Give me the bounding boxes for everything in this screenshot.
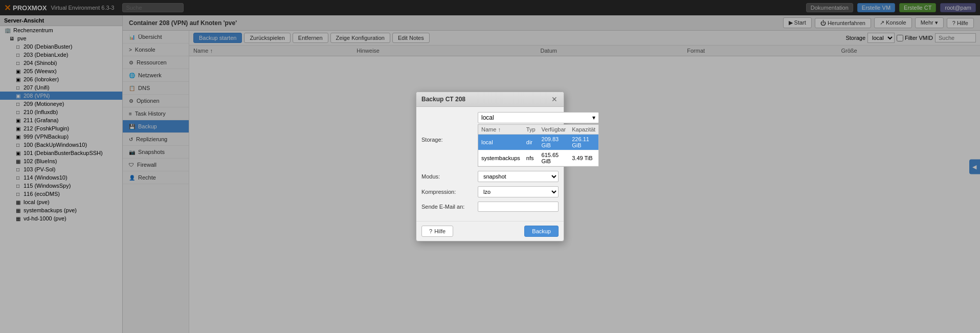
modus-label: Modus: — [421, 173, 478, 180]
modal-help-label: Hilfe — [434, 228, 446, 234]
storage-verfuegbar: 615.65 GiB — [539, 150, 569, 166]
email-input[interactable] — [478, 202, 559, 212]
modal-body: Storage: local ▾ Name ↑TypVerfügbarKapaz… — [416, 107, 564, 221]
storage-form-label: Storage: — [421, 137, 478, 143]
modal-footer: ? Hilfe Backup — [416, 221, 564, 241]
modus-row: Modus: snapshot suspend stop — [421, 171, 559, 182]
modus-select[interactable]: snapshot suspend stop — [478, 171, 559, 182]
storage-typ: nfs — [523, 150, 539, 166]
modal-overlay: Backup CT 208 ✕ Storage: local ▾ Name ↑T… — [0, 0, 980, 333]
dropdown-arrow-icon: ▾ — [592, 114, 595, 121]
modal-title: Backup CT 208 — [421, 96, 465, 103]
kompression-row: Kompression: lzo gzip none — [421, 186, 559, 197]
storage-selected-value: local — [481, 114, 494, 121]
modal-header: Backup CT 208 ✕ — [416, 92, 564, 107]
email-label: Sende E-Mail an: — [421, 204, 478, 210]
storage-option-row[interactable]: localdir209.83 GiB226.11 GiB — [478, 135, 598, 150]
storage-name: systembackups — [478, 150, 523, 166]
storage-col-kapazit-t: Kapazität — [569, 125, 598, 135]
modal-help-button[interactable]: ? Hilfe — [421, 226, 453, 237]
storage-kapazitaet: 226.11 GiB — [569, 135, 598, 150]
kompression-label: Kompression: — [421, 189, 478, 195]
storage-row: Storage: local ▾ Name ↑TypVerfügbarKapaz… — [421, 112, 559, 167]
backup-modal: Backup CT 208 ✕ Storage: local ▾ Name ↑T… — [416, 92, 564, 241]
storage-kapazitaet: 3.49 TiB — [569, 150, 598, 166]
storage-typ: dir — [523, 135, 539, 150]
storage-col-verf-gbar: Verfügbar — [539, 125, 569, 135]
kompression-select[interactable]: lzo gzip none — [478, 186, 559, 197]
storage-name: local — [478, 135, 523, 150]
storage-option-row[interactable]: systembackupsnfs615.65 GiB3.49 TiB — [478, 150, 598, 166]
storage-col-name--: Name ↑ — [478, 125, 523, 135]
storage-table-header: Name ↑TypVerfügbarKapazität — [478, 125, 598, 135]
storage-table-body: localdir209.83 GiB226.11 GiBsystembackup… — [478, 135, 598, 166]
storage-dropdown-container: local ▾ Name ↑TypVerfügbarKapazität loca… — [478, 112, 599, 167]
storage-option-table: Name ↑TypVerfügbarKapazität localdir209.… — [478, 125, 598, 166]
storage-verfuegbar: 209.83 GiB — [539, 135, 569, 150]
help-icon: ? — [429, 228, 432, 234]
modal-backup-button[interactable]: Backup — [524, 226, 559, 237]
email-row: Sende E-Mail an: — [421, 202, 559, 212]
modal-close-button[interactable]: ✕ — [550, 95, 559, 103]
storage-dropdown: Name ↑TypVerfügbarKapazität localdir209.… — [478, 124, 599, 167]
storage-col-typ: Typ — [523, 125, 539, 135]
